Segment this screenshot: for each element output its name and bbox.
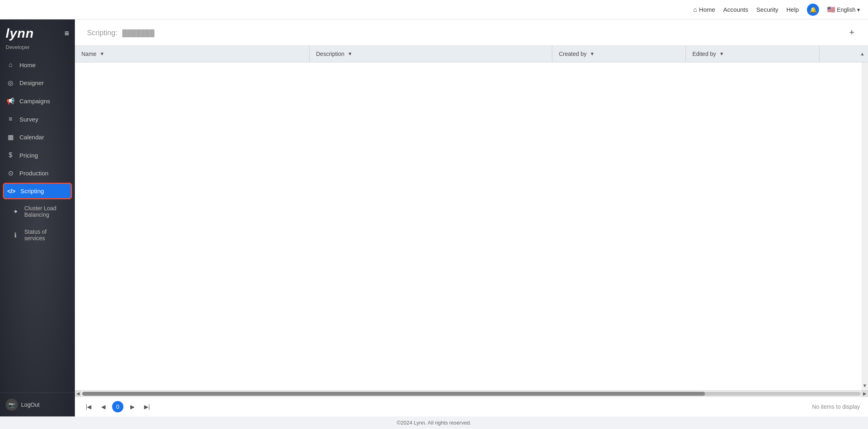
column-name-label: Name xyxy=(81,51,96,57)
pagination-current-page[interactable]: 0 xyxy=(112,401,123,412)
table-container: Name ▼ Description ▼ Created by ▼ Edited… xyxy=(75,46,868,397)
scroll-up-area: ▲ xyxy=(819,46,868,62)
scroll-thumb xyxy=(82,392,705,396)
sidebar-item-survey[interactable]: ≡ Survey xyxy=(0,110,75,128)
description-filter-icon[interactable]: ▼ xyxy=(348,51,352,57)
sidebar-item-cluster-label: Cluster Load Balancing xyxy=(24,205,68,218)
designer-icon: ◎ xyxy=(6,79,15,87)
nav-home-label: Home xyxy=(699,6,715,13)
sidebar-item-survey-label: Survey xyxy=(19,116,38,123)
page-title: Scripting: ███████ xyxy=(85,27,155,38)
campaigns-icon: 📢 xyxy=(6,97,15,105)
sidebar-item-production-label: Production xyxy=(19,170,49,177)
edited-by-filter-icon[interactable]: ▼ xyxy=(719,51,724,57)
survey-icon: ≡ xyxy=(6,115,15,123)
nav-accounts-link[interactable]: Accounts xyxy=(723,6,748,13)
nav-accounts-label: Accounts xyxy=(723,6,748,13)
page-title-subtitle: ███████ xyxy=(122,30,154,36)
column-header-description: Description ▼ xyxy=(310,46,552,62)
chevron-down-icon: ▾ xyxy=(857,6,860,13)
sidebar-role: Developer xyxy=(0,44,75,56)
flag-icon: 🇺🇸 xyxy=(827,6,835,13)
column-created-by-label: Created by xyxy=(559,51,586,57)
sidebar-item-cluster-load-balancing[interactable]: ✦ Cluster Load Balancing xyxy=(0,200,75,223)
sidebar-item-production[interactable]: ⊙ Production xyxy=(0,164,75,182)
created-by-filter-icon[interactable]: ▼ xyxy=(590,51,594,57)
sidebar-item-calendar-label: Calendar xyxy=(19,134,44,141)
column-header-created-by: Created by ▼ xyxy=(552,46,686,62)
nav-security-label: Security xyxy=(756,6,778,13)
column-edited-by-label: Edited by xyxy=(692,51,716,57)
bell-icon: 🔔 xyxy=(810,6,817,13)
camera-icon: 📷 xyxy=(6,399,18,411)
scroll-left-icon[interactable]: ◀ xyxy=(75,391,81,397)
scroll-down-icon[interactable]: ▼ xyxy=(861,381,868,390)
page-title-label: Scripting: xyxy=(87,29,117,37)
sidebar-bottom: 📷 LogOut xyxy=(0,393,75,416)
table-header: Name ▼ Description ▼ Created by ▼ Edited… xyxy=(75,46,868,62)
footer: ©2024 Lynn. All rights reserved. xyxy=(0,416,868,429)
page-header: Scripting: ███████ + xyxy=(75,19,868,46)
horizontal-scrollbar[interactable]: ◀ ▶ xyxy=(75,390,868,397)
sidebar-item-designer[interactable]: ◎ Designer xyxy=(0,74,75,92)
home-icon: ⌂ xyxy=(6,61,15,68)
sidebar-item-scripting[interactable]: </> Scripting xyxy=(3,183,72,199)
logout-button[interactable]: 📷 LogOut xyxy=(6,399,69,411)
column-description-label: Description xyxy=(316,51,344,57)
user-avatar[interactable]: 🔔 xyxy=(807,4,819,16)
sidebar-item-home[interactable]: ⌂ Home xyxy=(0,56,75,74)
sidebar-item-campaigns-label: Campaigns xyxy=(19,98,50,105)
sidebar-logo-area: lynn ≡ xyxy=(0,19,75,44)
main-layout: lynn ≡ Developer ⌂ Home ◎ Designer 📢 Cam… xyxy=(0,19,868,416)
sidebar: lynn ≡ Developer ⌂ Home ◎ Designer 📢 Cam… xyxy=(0,19,75,416)
nav-help-label: Help xyxy=(786,6,799,13)
sidebar-item-designer-label: Designer xyxy=(19,79,44,86)
scroll-up-icon[interactable]: ▲ xyxy=(858,49,866,58)
scroll-track[interactable] xyxy=(82,392,861,396)
pagination-prev-button[interactable]: ◀ xyxy=(98,401,109,412)
pagination-last-button[interactable]: ▶| xyxy=(141,401,153,412)
name-filter-icon[interactable]: ▼ xyxy=(100,51,104,57)
add-button[interactable]: + xyxy=(845,26,858,39)
nav-help-link[interactable]: Help xyxy=(786,6,799,13)
pricing-icon: $ xyxy=(6,152,15,159)
nav-home-link[interactable]: ⌂ Home xyxy=(693,6,715,13)
calendar-icon: ▦ xyxy=(6,133,15,141)
production-icon: ⊙ xyxy=(6,169,15,177)
sidebar-item-pricing[interactable]: $ Pricing xyxy=(0,146,75,164)
info-icon: ℹ xyxy=(11,231,19,239)
sidebar-item-home-label: Home xyxy=(19,62,36,68)
sidebar-item-scripting-label: Scripting xyxy=(20,188,44,194)
no-items-label: No items to display xyxy=(812,403,860,410)
pagination-bar: |◀ ◀ 0 ▶ ▶| No items to display xyxy=(75,397,868,416)
top-navigation: ⌂ Home Accounts Security Help 🔔 🇺🇸 Engli… xyxy=(0,0,868,19)
logout-label: LogOut xyxy=(21,401,40,408)
sidebar-item-status-label: Status of services xyxy=(24,228,68,241)
pagination-first-button[interactable]: |◀ xyxy=(83,401,94,412)
language-label: English xyxy=(837,6,855,13)
main-content: Scripting: ███████ + Name ▼ Description … xyxy=(75,19,868,416)
cluster-icon: ✦ xyxy=(11,208,19,216)
column-header-edited-by: Edited by ▼ xyxy=(686,46,819,62)
hamburger-menu-icon[interactable]: ≡ xyxy=(64,29,69,38)
footer-text: ©2024 Lynn. All rights reserved. xyxy=(397,420,471,426)
language-selector[interactable]: 🇺🇸 English ▾ xyxy=(827,6,860,13)
sidebar-navigation: ⌂ Home ◎ Designer 📢 Campaigns ≡ Survey ▦… xyxy=(0,56,75,393)
nav-security-link[interactable]: Security xyxy=(756,6,778,13)
table-body: ▼ xyxy=(75,62,868,390)
logo-text: lynn xyxy=(6,26,34,41)
sidebar-item-status-of-services[interactable]: ℹ Status of services xyxy=(0,223,75,247)
sidebar-item-calendar[interactable]: ▦ Calendar xyxy=(0,128,75,146)
sidebar-item-campaigns[interactable]: 📢 Campaigns xyxy=(0,92,75,110)
vertical-scrollbar[interactable]: ▼ xyxy=(862,62,868,390)
scroll-right-icon[interactable]: ▶ xyxy=(862,391,868,397)
home-icon: ⌂ xyxy=(693,6,697,13)
column-header-name: Name ▼ xyxy=(75,46,310,62)
pagination-next-button[interactable]: ▶ xyxy=(127,401,138,412)
sidebar-item-pricing-label: Pricing xyxy=(19,152,38,159)
scripting-icon: </> xyxy=(7,188,15,194)
